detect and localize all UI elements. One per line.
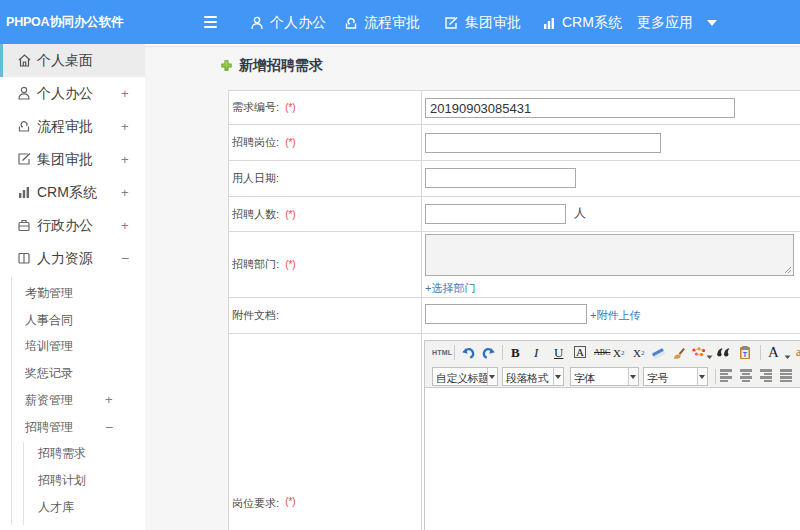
svg-text:T: T (743, 351, 748, 358)
